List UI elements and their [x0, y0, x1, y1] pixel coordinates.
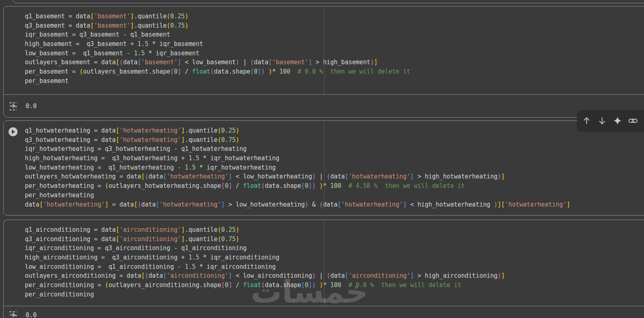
cell-output-value: 0.0 — [26, 311, 37, 318]
code-editor[interactable]: q1_airconditioning = data['airconditioni… — [4, 220, 644, 299]
editor-ruler — [324, 121, 324, 209]
editor-ruler — [324, 7, 324, 95]
cell-output-value: 0.0 — [26, 102, 37, 110]
copy-link-button[interactable] — [628, 116, 638, 126]
code-line: per_basement = (outlayers_basement.shape… — [25, 67, 644, 76]
code-line: per_basement — [25, 76, 644, 86]
link-icon — [628, 116, 638, 126]
code-line: per_airconditioning — [25, 290, 644, 299]
ai-sparkle-button[interactable] — [613, 116, 622, 126]
output-indicator-icon[interactable] — [8, 310, 18, 318]
code-line: iqr_hotwaterheating = q3_hotwaterheating… — [25, 144, 644, 154]
code-line: q3_basement = data['basement'].quantile(… — [25, 21, 644, 30]
code-line: q1_basement = data['basement'].quantile(… — [25, 12, 644, 21]
code-line: q1_hotwaterheating = data['hotwaterheati… — [25, 126, 644, 135]
code-line: iqr_airconditioning = q3_airconditioning… — [25, 244, 644, 253]
code-cell-airconditioning: q1_airconditioning = data['airconditioni… — [3, 220, 644, 318]
code-line: low_basement = q1_basement - 1.5 * iqr_b… — [25, 49, 644, 58]
code-line: outlayers_airconditioning = data[(data['… — [25, 271, 644, 281]
code-line: low_airconditioning = q1_airconditioning… — [25, 262, 644, 272]
code-editor[interactable]: q1_basement = data['basement'].quantile(… — [4, 7, 644, 86]
code-line: high_hotwaterheating = q3_hotwaterheatin… — [25, 154, 644, 163]
ai-sparkle-icon — [613, 116, 622, 126]
code-line: per_airconditioning = (outlayers_aircond… — [25, 281, 644, 290]
code-line: per_hotwaterheating — [25, 191, 644, 200]
move-cell-down-button[interactable] — [597, 116, 607, 126]
code-editor[interactable]: q1_hotwaterheating = data['hotwaterheati… — [4, 121, 644, 209]
editor-ruler — [324, 220, 324, 306]
cell-toolbar — [577, 111, 644, 131]
cell-output-row: 0.0 — [4, 306, 644, 318]
code-line: low_hotwaterheating = q1_hotwaterheating… — [25, 163, 644, 172]
code-line: outlayers_hotwaterheating = data[(data['… — [25, 172, 644, 181]
output-indicator-icon[interactable] — [8, 101, 18, 111]
previous-cell-partial-border — [13, 0, 644, 3]
code-line: q3_hotwaterheating = data['hotwaterheati… — [25, 135, 644, 145]
code-line: q1_airconditioning = data['airconditioni… — [25, 225, 644, 235]
cell-output-row: 0.0 — [4, 95, 644, 118]
code-line: data['hotwaterheating'] = data[(data['ho… — [25, 200, 644, 209]
code-line: iqr_basement = q3_basement - q1_basement — [25, 30, 644, 39]
code-cell-hotwaterheating: q1_hotwaterheating = data['hotwaterheati… — [3, 120, 644, 216]
code-line: per_hotwaterheating = (outlayers_hotwate… — [25, 181, 644, 191]
code-line: high_airconditioning = q3_airconditionin… — [25, 253, 644, 262]
code-line: high_basement = q3_basement + 1.5 * iqr_… — [25, 39, 644, 49]
move-cell-down-icon — [597, 116, 607, 126]
code-line: outlayers_basement = data[(data['basemen… — [25, 58, 644, 67]
notebook-page: q1_basement = data['basement'].quantile(… — [0, 0, 644, 318]
code-line: q3_airconditioning = data['airconditioni… — [25, 235, 644, 244]
code-cell-basement: q1_basement = data['basement'].quantile(… — [3, 6, 644, 118]
move-cell-up-icon — [582, 116, 591, 126]
move-cell-up-button[interactable] — [582, 116, 591, 126]
